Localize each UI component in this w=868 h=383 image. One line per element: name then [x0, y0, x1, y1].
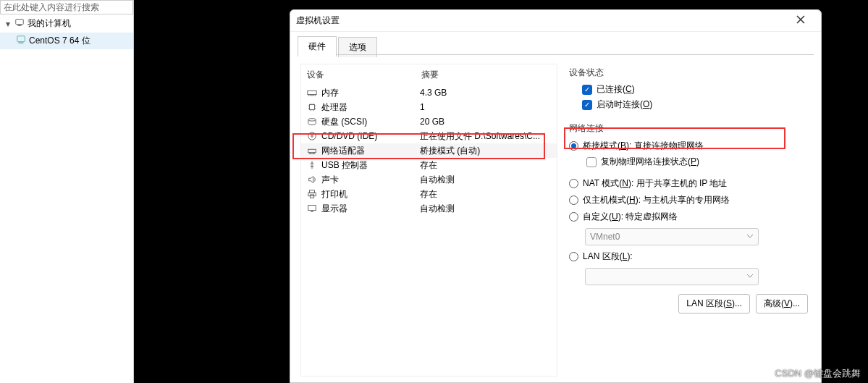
- device-name: CD/DVD (IDE): [321, 131, 420, 141]
- device-row-printer[interactable]: 打印机 存在: [301, 187, 557, 201]
- device-summary: 4.3 GB: [420, 88, 551, 98]
- lan-label: LAN 区段(L):: [583, 251, 633, 263]
- radio-lan-segment[interactable]: LAN 区段(L):: [568, 248, 811, 265]
- computer-icon: [14, 17, 25, 30]
- svg-rect-10: [310, 190, 315, 193]
- device-name: 网络适配器: [321, 145, 420, 157]
- advanced-button[interactable]: 高级(V)...: [756, 294, 808, 313]
- tab-hardware[interactable]: 硬件: [298, 36, 337, 56]
- display-icon: [307, 203, 321, 214]
- vm-settings-dialog: 虚拟机设置 硬件 选项 设备 摘要 内存 4.3 GB: [290, 9, 822, 383]
- device-summary: 桥接模式 (自动): [420, 145, 551, 157]
- radio-icon: [569, 179, 578, 188]
- printer-icon: [307, 189, 321, 199]
- chevron-down-icon: [746, 232, 754, 242]
- radio-icon: [569, 141, 578, 151]
- tab-divider: [298, 54, 814, 55]
- device-summary: 自动检测: [420, 203, 551, 215]
- nat-label: NAT 模式(N): 用于共享主机的 IP 地址: [583, 177, 727, 190]
- svg-rect-4: [308, 91, 316, 94]
- collapse-icon[interactable]: ▾: [4, 19, 12, 29]
- close-button[interactable]: [786, 11, 815, 31]
- radio-icon: [569, 212, 578, 222]
- device-row-processor[interactable]: 处理器 1: [301, 100, 557, 114]
- my-computer-node[interactable]: ▾ 我的计算机: [0, 14, 133, 33]
- device-summary: 正在使用文件 D:\Softwares\C...: [420, 130, 551, 143]
- svg-rect-2: [17, 36, 25, 42]
- svg-rect-13: [308, 206, 316, 211]
- network-settings-pane: 设备状态 ✓ 已连接(C) ✓ 启动时连接(O) 网络连接 桥接模式(B): 直…: [568, 64, 811, 376]
- connect-on-label: 启动时连接(O): [597, 98, 652, 111]
- check-icon: ✓: [582, 100, 592, 110]
- connected-label: 已连接(C): [597, 83, 635, 96]
- hostonly-label: 仅主机模式(H): 与主机共享的专用网络: [583, 194, 730, 206]
- device-summary: 1: [420, 102, 551, 112]
- custom-label: 自定义(U): 特定虚拟网络: [583, 211, 678, 223]
- network-icon: [307, 146, 321, 156]
- device-row-cddvd[interactable]: CD/DVD (IDE) 正在使用文件 D:\Softwares\C...: [301, 129, 557, 143]
- radio-custom[interactable]: 自定义(U): 特定虚拟网络: [568, 209, 811, 225]
- library-panel: 在此处键入内容进行搜索 ▾ 我的计算机 CentOS 7 64 位: [0, 0, 134, 383]
- svg-rect-0: [16, 20, 24, 25]
- svg-point-8: [311, 135, 313, 138]
- harddisk-icon: [307, 117, 321, 127]
- header-summary: 摘要: [421, 69, 439, 81]
- usb-icon: [307, 160, 321, 170]
- header-device: 设备: [307, 69, 421, 81]
- vm-icon: [16, 35, 26, 47]
- device-name: 处理器: [321, 101, 420, 114]
- radio-hostonly[interactable]: 仅主机模式(H): 与主机共享的专用网络: [568, 192, 811, 209]
- cddvd-icon: [307, 131, 321, 141]
- chevron-down-icon: [746, 272, 754, 282]
- device-name: 声卡: [321, 174, 420, 186]
- device-row-sound[interactable]: 声卡 自动检测: [301, 172, 557, 187]
- device-list-pane: 设备 摘要 内存 4.3 GB 处理器 1 硬盘 (SCSI) 20 GB: [300, 64, 557, 376]
- check-icon: ✓: [582, 85, 592, 95]
- svg-point-6: [308, 119, 316, 122]
- radio-icon: [569, 252, 578, 261]
- device-name: 硬盘 (SCSI): [321, 116, 420, 128]
- device-row-memory[interactable]: 内存 4.3 GB: [301, 85, 557, 100]
- bridged-label: 桥接模式(B): 直接连接物理网络: [583, 140, 704, 152]
- svg-rect-9: [308, 149, 316, 152]
- dropdown-vmnet[interactable]: VMnet0: [585, 228, 759, 245]
- my-computer-label: 我的计算机: [28, 17, 71, 30]
- svg-point-7: [308, 132, 316, 140]
- device-summary: 自动检测: [420, 174, 551, 186]
- vm-item-centos7[interactable]: CentOS 7 64 位: [0, 33, 133, 49]
- search-input[interactable]: 在此处键入内容进行搜索: [0, 0, 133, 14]
- device-summary: 存在: [420, 159, 551, 172]
- close-icon: [796, 15, 805, 26]
- device-name: 内存: [321, 87, 420, 99]
- group-device-status: 设备状态: [568, 67, 811, 79]
- device-list-header: 设备 摘要: [301, 64, 557, 85]
- dialog-title: 虚拟机设置: [296, 14, 786, 27]
- radio-icon: [569, 195, 578, 205]
- dropdown-lan-segment[interactable]: [585, 268, 759, 285]
- device-row-harddisk[interactable]: 硬盘 (SCSI) 20 GB: [301, 114, 557, 129]
- lan-segments-button[interactable]: LAN 区段(S)...: [678, 294, 750, 313]
- device-name: 打印机: [321, 188, 420, 201]
- device-row-display[interactable]: 显示器 自动检测: [301, 201, 557, 216]
- device-name: USB 控制器: [321, 159, 420, 172]
- dropdown-value: VMnet0: [590, 232, 620, 242]
- checkbox-replicate-state[interactable]: 复制物理网络连接状态(P): [568, 154, 811, 169]
- device-row-usb[interactable]: USB 控制器 存在: [301, 158, 557, 172]
- replicate-label: 复制物理网络连接状态(P): [601, 156, 699, 168]
- cpu-icon: [307, 102, 321, 112]
- radio-bridged[interactable]: 桥接模式(B): 直接连接物理网络: [568, 138, 811, 154]
- svg-rect-3: [19, 43, 24, 43]
- search-placeholder-text: 在此处键入内容进行搜索: [4, 1, 99, 14]
- device-summary: 20 GB: [420, 117, 551, 127]
- device-summary: 存在: [420, 188, 551, 201]
- checkbox-connect-at-poweron[interactable]: ✓ 启动时连接(O): [568, 97, 811, 112]
- svg-rect-5: [310, 105, 315, 110]
- svg-rect-1: [17, 25, 21, 26]
- group-network-connection: 网络连接: [568, 122, 811, 135]
- radio-nat[interactable]: NAT 模式(N): 用于共享主机的 IP 地址: [568, 175, 811, 192]
- device-row-network[interactable]: 网络适配器 桥接模式 (自动): [301, 143, 557, 158]
- tabs: 硬件 选项: [290, 32, 821, 56]
- checkbox-connected[interactable]: ✓ 已连接(C): [568, 82, 811, 97]
- sound-icon: [307, 174, 321, 185]
- device-name: 显示器: [321, 203, 420, 215]
